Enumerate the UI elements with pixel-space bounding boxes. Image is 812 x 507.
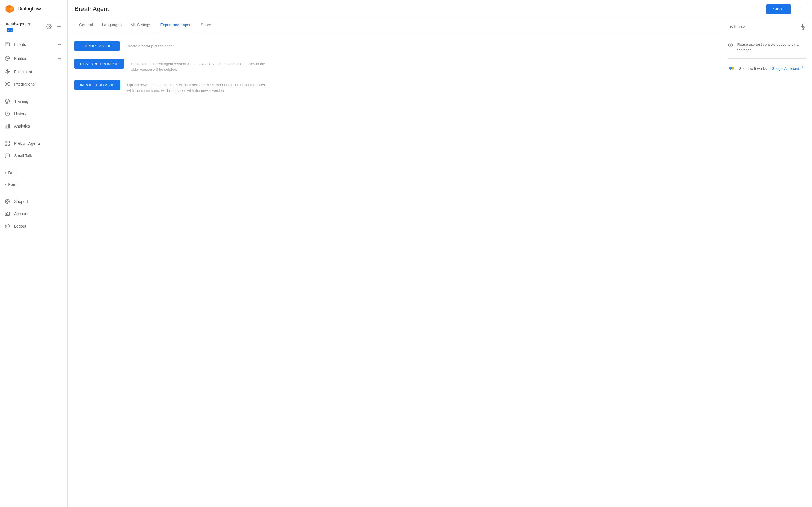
history-label: History	[14, 112, 27, 116]
google-assistant-link[interactable]: Google Assistant. ↗	[772, 66, 804, 71]
restore-action-row: RESTORE FROM ZIP Replace the current age…	[74, 59, 715, 72]
page-title: BreathAgent	[74, 5, 762, 13]
training-label: Training	[14, 99, 28, 104]
info-row: Please use test console above to try a s…	[728, 42, 806, 59]
nav-divider-3	[0, 164, 67, 165]
more-options-icon[interactable]: ⋮	[795, 3, 805, 15]
svg-point-20	[8, 82, 9, 83]
export-as-zip-button[interactable]: EXPORT AS ZIP	[74, 41, 119, 51]
small-talk-icon	[4, 153, 10, 159]
small-talk-label: Small Talk	[14, 154, 32, 158]
svg-line-23	[6, 83, 7, 84]
svg-point-21	[5, 86, 6, 86]
analytics-label: Analytics	[14, 124, 30, 128]
training-icon	[4, 99, 10, 104]
svg-rect-31	[5, 142, 7, 143]
app-name: Dialogflow	[17, 6, 41, 12]
svg-rect-8	[5, 43, 10, 46]
svg-rect-34	[8, 144, 10, 146]
microphone-icon[interactable]	[800, 23, 806, 31]
sidebar-item-docs[interactable]: › Docs	[0, 167, 67, 179]
try-bar	[722, 18, 812, 36]
svg-point-5	[48, 26, 50, 27]
fulfillment-icon	[4, 69, 10, 75]
export-description: Create a backup of the agent	[126, 41, 174, 49]
dropdown-icon[interactable]: ▾	[28, 21, 31, 27]
forum-label: Forum	[8, 182, 19, 187]
restore-description: Replace the current agent version with a…	[131, 59, 272, 72]
sidebar-item-entities[interactable]: Entities	[0, 52, 67, 66]
sidebar-item-support[interactable]: Support	[0, 195, 67, 208]
tabs-bar: General Languages ML Settings Export and…	[68, 18, 722, 32]
add-entity-button[interactable]	[56, 55, 63, 62]
sidebar-item-small-talk[interactable]: Small Talk	[0, 150, 67, 162]
svg-rect-29	[7, 125, 8, 128]
restore-from-zip-button[interactable]: RESTORE FROM ZIP	[74, 59, 124, 69]
intents-label: Intents	[14, 42, 26, 47]
import-from-zip-button[interactable]: IMPORT FROM ZIP	[74, 80, 120, 90]
svg-point-54	[731, 67, 733, 69]
settings-button[interactable]	[45, 22, 53, 31]
nav-left-entities: Entities	[4, 55, 27, 62]
right-panel: Please use test console above to try a s…	[722, 18, 812, 507]
svg-rect-28	[5, 126, 6, 128]
svg-point-42	[7, 213, 8, 214]
sidebar-item-intents[interactable]: Intents	[0, 38, 67, 52]
main-content: BreathAgent SAVE ⋮ General Languages ML …	[68, 0, 812, 507]
svg-point-36	[7, 201, 8, 202]
tab-general[interactable]: General	[74, 18, 98, 32]
svg-point-22	[8, 86, 9, 86]
prebuilt-agents-label: Prebuilt Agents	[14, 141, 41, 146]
sidebar: Dialogflow BreathAgent ▾ en	[0, 0, 68, 507]
tab-share[interactable]: Share	[196, 18, 216, 32]
account-icon	[4, 211, 10, 217]
forum-chevron-icon: ›	[4, 182, 6, 187]
docs-chevron-icon: ›	[4, 170, 6, 175]
agent-name: BreathAgent	[4, 22, 27, 26]
sidebar-item-forum[interactable]: › Forum	[0, 179, 67, 190]
sidebar-item-analytics[interactable]: Analytics	[0, 120, 67, 132]
svg-rect-33	[5, 144, 7, 146]
content-area: General Languages ML Settings Export and…	[68, 18, 812, 507]
svg-line-25	[6, 85, 7, 86]
top-bar: BreathAgent SAVE ⋮	[68, 0, 812, 18]
add-agent-button[interactable]	[55, 22, 63, 31]
google-assistant-icon	[728, 64, 735, 72]
center-panel: General Languages ML Settings Export and…	[68, 18, 722, 507]
tab-languages[interactable]: Languages	[98, 18, 126, 32]
agent-selector: BreathAgent ▾ en	[0, 18, 67, 35]
support-label: Support	[14, 199, 28, 204]
entities-label: Entities	[14, 56, 27, 61]
analytics-icon	[4, 123, 10, 129]
svg-point-14	[8, 58, 8, 59]
sidebar-item-integrations[interactable]: Integrations	[0, 78, 67, 91]
save-button[interactable]: SAVE	[766, 4, 791, 14]
tab-export-import[interactable]: Export and Import	[156, 18, 196, 32]
add-intent-button[interactable]	[56, 41, 63, 48]
actions-panel: EXPORT AS ZIP Create a backup of the age…	[68, 32, 722, 110]
sidebar-nav: Intents Entities	[0, 35, 67, 507]
sidebar-item-prebuilt-agents[interactable]: Prebuilt Agents	[0, 137, 67, 150]
tab-ml-settings[interactable]: ML Settings	[126, 18, 156, 32]
right-content: Please use test console above to try a s…	[722, 36, 812, 78]
logout-icon	[4, 223, 10, 229]
sidebar-item-training[interactable]: Training	[0, 95, 67, 108]
sidebar-item-fulfillment[interactable]: Fulfillment	[0, 66, 67, 78]
svg-rect-30	[8, 124, 9, 128]
svg-marker-17	[5, 69, 10, 74]
nav-left-intents: Intents	[4, 41, 26, 48]
try-it-now-input[interactable]	[728, 25, 797, 29]
sidebar-header: Dialogflow	[0, 0, 67, 18]
sidebar-item-account[interactable]: Account	[0, 208, 67, 220]
support-icon	[4, 199, 10, 204]
sidebar-item-history[interactable]: History	[0, 108, 67, 120]
svg-line-24	[8, 83, 9, 84]
history-icon	[4, 111, 10, 117]
entities-icon	[4, 55, 10, 62]
prebuilt-agents-icon	[4, 140, 10, 146]
svg-line-26	[8, 85, 9, 86]
language-badge: en	[7, 28, 13, 32]
logout-label: Logout	[14, 224, 26, 228]
google-assistant-row: See how it works in Google Assistant. ↗	[728, 64, 806, 72]
sidebar-item-logout[interactable]: Logout	[0, 220, 67, 232]
